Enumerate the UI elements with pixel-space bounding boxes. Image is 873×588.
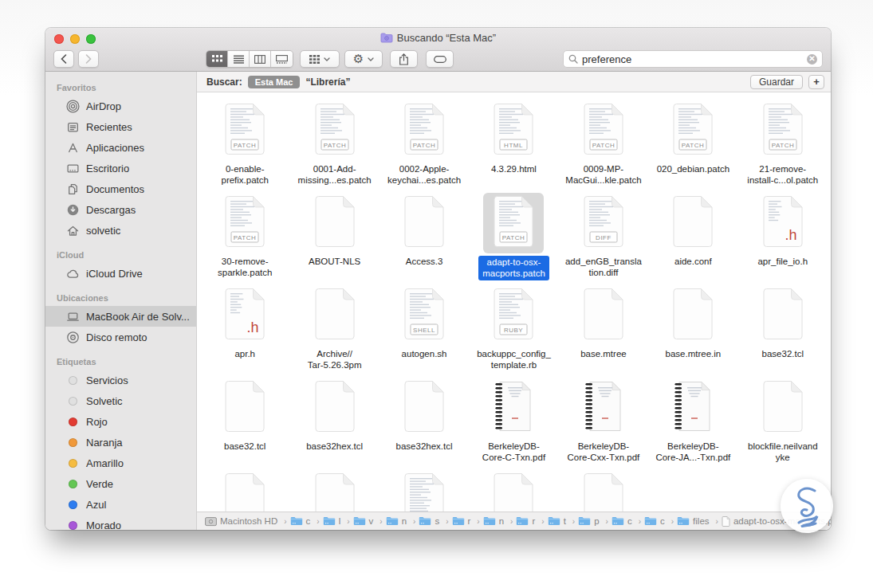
sidebar-item-tag-servicios[interactable]: Servicios — [45, 370, 196, 390]
search-input[interactable] — [582, 53, 803, 65]
sidebar-item-label: Solvetic — [86, 395, 123, 407]
file-item[interactable]: BerkeleyDB- Core-C-Txn.pdf — [469, 371, 558, 464]
breadcrumb-item[interactable]: n› — [386, 516, 416, 526]
sidebar-item-macbook-air[interactable]: MacBook Air de Solv... — [45, 306, 196, 327]
file-item-partial[interactable] — [559, 464, 648, 512]
file-item[interactable]: blockfile.neilvand yke — [738, 371, 828, 464]
breadcrumb-item[interactable]: files› — [677, 516, 718, 526]
file-item[interactable]: base32hex.tcl — [379, 371, 469, 464]
breadcrumb-item[interactable]: t› — [548, 516, 576, 526]
file-item[interactable]: RUBYbackuppc_config_ template.rb — [469, 279, 558, 371]
sidebar-item-tag-azul[interactable]: Azul — [45, 494, 196, 515]
breadcrumb-item[interactable]: Macintosh HD› — [205, 516, 287, 527]
sidebar-item-tag-amarillo[interactable]: Amarillo — [45, 453, 196, 473]
file-item[interactable]: base.mtree.in — [648, 279, 737, 371]
file-item[interactable]: base32.tcl — [200, 371, 289, 464]
file-item[interactable]: PATCH0-enable- prefix.patch — [200, 94, 289, 186]
sidebar-item-aplicaciones[interactable]: Aplicaciones — [45, 137, 196, 158]
file-item[interactable]: aide.conf — [648, 186, 737, 279]
file-item[interactable]: .hapr_file_io.h — [738, 186, 828, 279]
group-menu-button[interactable] — [300, 50, 340, 68]
sidebar-section-title: iCloud — [45, 241, 196, 263]
sidebar-item-icloud-drive[interactable]: iCloud Drive — [45, 263, 196, 284]
file-icon: PATCH — [305, 100, 365, 161]
breadcrumb-item[interactable]: p› — [578, 516, 608, 526]
file-item[interactable]: PATCH30-remove- sparkle.patch — [200, 186, 289, 279]
save-search-button[interactable]: Guardar — [750, 75, 803, 89]
breadcrumb-item[interactable]: r› — [516, 516, 544, 526]
breadcrumb-item[interactable]: s› — [419, 516, 448, 526]
sidebar-item-label: Rojo — [86, 416, 108, 428]
breadcrumb-item[interactable]: c› — [611, 516, 641, 526]
breadcrumb-item[interactable]: c› — [644, 516, 674, 526]
file-item[interactable]: PATCH0002-Apple- keychai...es.patch — [379, 94, 469, 186]
breadcrumb-item[interactable]: n› — [483, 516, 513, 526]
file-item-partial[interactable] — [469, 464, 558, 512]
search-field[interactable]: ✕ — [563, 50, 823, 68]
scope-esta-mac[interactable]: Esta Mac — [248, 76, 301, 88]
file-item[interactable]: PATCHadapt-to-osx- macports.patch — [469, 186, 558, 279]
sidebar-item-tag-solvetic[interactable]: Solvetic — [45, 390, 196, 411]
file-item[interactable]: .hapr.h — [200, 279, 289, 371]
sidebar-item-escritorio[interactable]: Escritorio — [45, 158, 196, 178]
file-icon — [573, 470, 634, 512]
file-item[interactable]: Archive// Tar-5.26.3pm — [289, 279, 379, 371]
file-icon: .h — [753, 193, 813, 253]
file-icon — [305, 470, 365, 512]
sidebar-item-label: Documentos — [86, 183, 144, 195]
sidebar-item-solvetic[interactable]: solvetic — [45, 220, 196, 241]
view-icons-button[interactable] — [206, 51, 228, 67]
sidebar-item-tag-rojo[interactable]: Rojo — [45, 411, 196, 432]
file-item-partial[interactable] — [289, 464, 379, 512]
sidebar-item-tag-verde[interactable]: Verde — [45, 473, 196, 494]
view-columns-button[interactable] — [250, 51, 271, 67]
tag-button[interactable] — [426, 50, 454, 68]
breadcrumb-item[interactable]: l› — [323, 516, 350, 526]
svg-text:PATCH: PATCH — [592, 142, 615, 149]
sidebar-item-disco-remoto[interactable]: Disco remoto — [45, 327, 196, 347]
file-icon: SHELL — [394, 285, 454, 346]
file-item[interactable]: PATCH0001-Add- missing...es.patch — [289, 94, 379, 186]
file-item-partial[interactable] — [379, 464, 469, 512]
file-item[interactable]: PATCH21-remove- install-c...ol.patch — [738, 94, 828, 186]
finder-window: Buscando “Esta Mac” — [45, 28, 831, 530]
breadcrumb-separator: › — [572, 517, 575, 526]
add-criteria-button[interactable]: + — [808, 75, 824, 89]
file-item[interactable]: SHELLautogen.sh — [379, 279, 469, 371]
file-item[interactable]: BerkeleyDB- Core-Cxx-Txn.pdf — [559, 371, 648, 464]
list-view-icon — [234, 55, 244, 64]
file-item[interactable]: Access.3 — [379, 186, 469, 279]
file-item[interactable]: base32.tcl — [738, 279, 828, 371]
sidebar-item-recientes[interactable]: Recientes — [45, 116, 196, 137]
file-item[interactable]: PATCH0009-MP- MacGui...kle.patch — [559, 94, 648, 186]
file-item-partial[interactable] — [200, 464, 289, 512]
action-menu-button[interactable]: ⚙ — [344, 50, 383, 68]
breadcrumb-item[interactable]: c› — [290, 516, 320, 526]
file-item[interactable]: PATCH020_debian.patch — [648, 94, 737, 186]
columns-view-icon — [254, 55, 265, 64]
forward-button[interactable] — [78, 50, 99, 68]
view-list-button[interactable] — [228, 51, 250, 67]
sidebar-item-tag-morado[interactable]: Morado — [45, 515, 196, 530]
clear-search-icon[interactable]: ✕ — [807, 54, 817, 65]
file-item[interactable]: base32hex.tcl — [289, 371, 379, 464]
file-item[interactable]: base.mtree — [559, 279, 648, 371]
tag-icon — [434, 56, 446, 63]
file-icon: PATCH — [573, 100, 634, 161]
file-item[interactable]: BerkeleyDB- Core-JA...-Txn.pdf — [648, 371, 737, 464]
file-item[interactable]: DIFFadd_enGB_transla tion.diff — [559, 186, 648, 279]
share-button[interactable] — [390, 50, 418, 68]
back-button[interactable] — [53, 50, 74, 68]
file-item[interactable]: HTML4.3.29.html — [469, 94, 558, 186]
file-label: 0002-Apple- keychai...es.patch — [387, 163, 461, 186]
sidebar-item-descargas[interactable]: Descargas — [45, 199, 196, 220]
breadcrumb-item[interactable]: v› — [353, 516, 383, 526]
view-coverflow-button[interactable] — [271, 51, 293, 67]
scope-libreria[interactable]: “Librería” — [305, 76, 350, 88]
sidebar-item-documentos[interactable]: Documentos — [45, 178, 196, 199]
file-item[interactable]: ABOUT-NLS — [289, 186, 379, 279]
gear-icon: ⚙ — [353, 53, 364, 65]
sidebar-item-airdrop[interactable]: AirDrop — [45, 96, 196, 116]
breadcrumb-item[interactable]: r› — [452, 516, 480, 526]
sidebar-item-tag-naranja[interactable]: Naranja — [45, 432, 196, 453]
